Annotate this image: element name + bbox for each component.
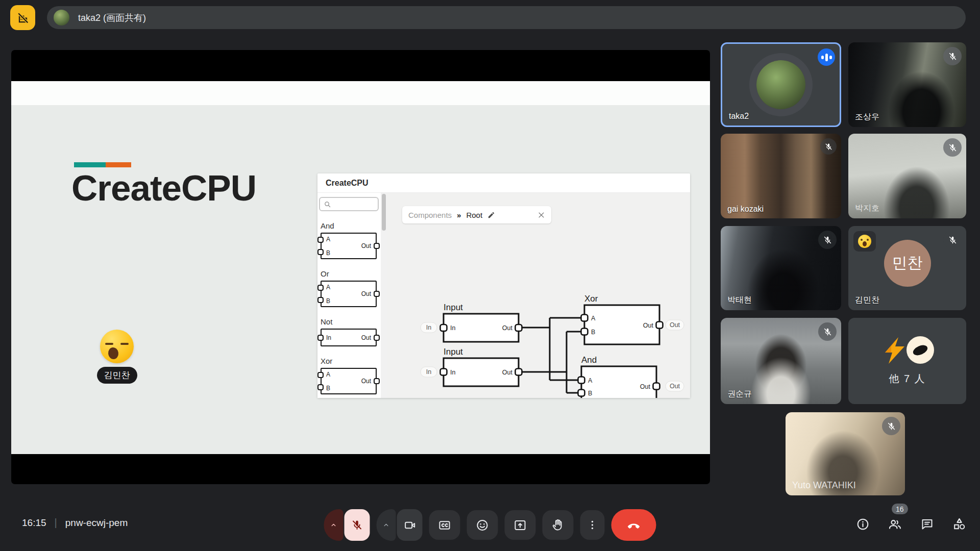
presenter-avatar — [54, 10, 69, 26]
input-port[interactable] — [317, 297, 324, 303]
port-label: A — [326, 236, 330, 243]
output-port — [656, 322, 663, 329]
presenter-banner[interactable]: taka2 (画面共有) — [47, 6, 966, 29]
people-panel-button[interactable] — [887, 515, 902, 533]
overflow-avatars — [881, 335, 934, 366]
activities-button[interactable] — [951, 515, 967, 533]
camera-button[interactable] — [397, 509, 423, 541]
present-button[interactable] — [505, 510, 536, 540]
input-port[interactable] — [317, 372, 324, 378]
participant-tile[interactable]: Yuto WATAHIKI — [786, 412, 905, 495]
input-port — [578, 377, 585, 384]
edit-pencil-icon[interactable] — [487, 211, 495, 219]
palette-xor-box[interactable]: A B Out — [321, 368, 377, 394]
component-search-input[interactable] — [319, 197, 379, 211]
avatar — [906, 336, 934, 364]
participant-tile[interactable]: 민찬 김민찬 — [848, 226, 966, 310]
palette-item-not: Not In Out — [319, 317, 381, 346]
input-port[interactable] — [317, 285, 324, 291]
circuit-block-input2[interactable]: Input In Out — [440, 347, 522, 386]
participant-tile[interactable]: gai kozaki — [721, 134, 841, 218]
meeting-details-button[interactable] — [855, 515, 870, 533]
port-label: A — [326, 284, 330, 291]
circuit-diagram[interactable]: In In Out Out Input — [387, 229, 690, 398]
palette-item-and: And A B Out — [319, 221, 381, 259]
input-port[interactable] — [317, 384, 324, 390]
svg-text:In: In — [426, 324, 431, 331]
output-port[interactable] — [374, 243, 380, 249]
present-icon — [513, 518, 527, 532]
participant-tile[interactable]: 조상우 — [848, 42, 966, 127]
input-port — [440, 369, 447, 375]
palette-not-box[interactable]: In Out — [321, 329, 377, 346]
breadcrumb-current[interactable]: Root — [466, 211, 482, 219]
palette-item-label: Not — [321, 317, 381, 326]
output-port[interactable] — [374, 291, 380, 297]
people-icon — [888, 517, 902, 532]
mic-options-chevron[interactable] — [324, 509, 344, 541]
circuit-block-and[interactable]: And A B Out — [578, 355, 660, 398]
circuit-canvas[interactable]: Components » Root — [387, 193, 690, 398]
chat-panel-button[interactable] — [919, 515, 935, 533]
participant-name: 김민찬 — [855, 295, 879, 306]
output-port[interactable] — [374, 335, 380, 341]
participant-tile[interactable]: 권순규 — [721, 318, 841, 404]
participant-tile[interactable]: 박지호 — [848, 134, 966, 218]
input-port[interactable] — [317, 335, 324, 341]
input-port[interactable] — [317, 249, 324, 255]
output-port — [516, 324, 522, 331]
meet-logo[interactable] — [10, 5, 35, 30]
input-port — [440, 324, 447, 331]
palette-item-label: And — [321, 221, 381, 230]
overflow-count-label: 他 7 人 — [848, 372, 966, 386]
circuit-block-xor[interactable]: Xor A B Out — [581, 294, 663, 344]
mic-off-icon — [882, 417, 900, 435]
reactions-icon — [476, 518, 489, 532]
participant-name: 권순규 — [727, 389, 752, 399]
output-port[interactable] — [374, 378, 380, 384]
search-icon — [324, 201, 331, 208]
mic-control — [324, 509, 370, 541]
end-call-button[interactable] — [611, 509, 656, 541]
svg-text:B: B — [591, 329, 595, 336]
palette-or-box[interactable]: A B Out — [321, 281, 377, 307]
circuit-block-input1[interactable]: Input In Out — [440, 303, 522, 342]
participant-name: 박지호 — [855, 203, 879, 214]
meeting-code: pnw-ecwj-pem — [65, 517, 128, 529]
captions-button[interactable] — [429, 510, 460, 540]
port-label: B — [326, 249, 330, 257]
separator: | — [55, 517, 57, 529]
app-title: CreateCPU — [317, 173, 690, 193]
breadcrumb: Components » Root — [402, 206, 551, 223]
palette-and-box[interactable]: A B Out — [321, 233, 377, 259]
mic-mute-button[interactable] — [345, 509, 370, 541]
close-icon[interactable] — [537, 211, 545, 219]
svg-text:Xor: Xor — [584, 294, 598, 304]
mic-off-icon — [820, 138, 837, 155]
input-port[interactable] — [317, 237, 324, 243]
breadcrumb-separator-icon: » — [457, 211, 461, 219]
camera-icon — [403, 519, 416, 532]
panel-toggles — [855, 515, 967, 533]
wires — [519, 318, 584, 393]
panel-scrollbar[interactable] — [381, 193, 387, 398]
chevron-up-icon — [330, 521, 338, 529]
end-call-icon — [627, 518, 641, 532]
port-label: B — [326, 297, 330, 305]
port-label: Out — [361, 290, 371, 297]
reactions-button[interactable] — [467, 510, 498, 540]
svg-text:Out: Out — [502, 369, 513, 376]
participant-tile-taka2[interactable]: taka2 — [721, 42, 841, 127]
participant-tile-others[interactable]: 他 7 人 — [848, 318, 966, 404]
raise-hand-icon — [551, 518, 565, 532]
more-options-button[interactable] — [580, 510, 605, 540]
palette-item-xor: Xor A B Out — [319, 357, 381, 394]
participant-tile[interactable]: 박태현 — [721, 226, 841, 310]
breadcrumb-parent[interactable]: Components — [408, 211, 452, 219]
reaction-sender-name: 김민찬 — [97, 367, 137, 384]
camera-control — [377, 509, 423, 541]
audio-level-icon — [818, 48, 835, 66]
raise-hand-button[interactable] — [543, 510, 574, 540]
scrollbar-thumb[interactable] — [382, 194, 386, 231]
camera-options-chevron[interactable] — [377, 509, 396, 541]
